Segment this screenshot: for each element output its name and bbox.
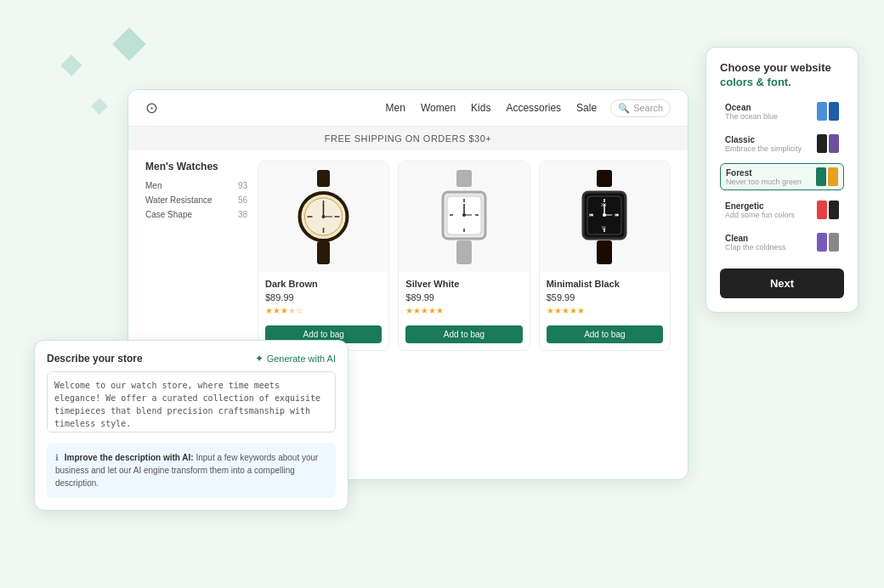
product-card-3: XII IX III VI Minimalist Black $59.99	[539, 161, 671, 351]
watch-round-svg	[292, 168, 355, 266]
svg-text:VI: VI	[602, 225, 606, 230]
color-option-energetic[interactable]: EnergeticAdd some fun colors	[720, 197, 844, 223]
color-swatch	[829, 134, 839, 153]
svg-rect-22	[597, 170, 612, 187]
product-name-3: Minimalist Black	[547, 279, 663, 289]
watch-square-silver-svg	[434, 168, 494, 266]
filter-case-label: Case Shape	[145, 210, 192, 219]
describe-store-panel: Describe your store ✦ Generate with AI ℹ…	[34, 340, 348, 511]
generate-ai-button[interactable]: ✦ Generate with AI	[255, 353, 336, 365]
color-swatch	[817, 134, 827, 153]
product-info-2: Silver White $89.99 ★★★★★	[399, 272, 529, 322]
color-swatch	[817, 102, 827, 121]
decorative-diamond-2	[60, 54, 82, 76]
filter-men[interactable]: Men 93	[145, 181, 247, 190]
product-price-3: $59.99	[547, 292, 663, 302]
product-stars-1: ★★★★☆	[265, 306, 382, 315]
site-nav: ⊙ Men Women Kids Accessories Sale 🔍 Sear…	[128, 90, 688, 127]
color-desc-0: The ocean blue	[725, 112, 817, 121]
products-grid: Dark Brown $89.99 ★★★★☆ Add to bag	[258, 161, 671, 351]
color-option-ocean[interactable]: OceanThe ocean blue	[720, 99, 844, 124]
site-nav-links: Men Women Kids Accessories Sale	[386, 102, 598, 114]
svg-point-20	[462, 213, 466, 217]
color-option-classic[interactable]: ClassicEmbrace the simplicity	[720, 131, 844, 156]
product-price-2: $89.99	[405, 292, 522, 302]
next-button[interactable]: Next	[720, 269, 844, 298]
color-swatch	[829, 201, 839, 219]
search-icon: 🔍	[618, 103, 630, 114]
color-swatch	[816, 167, 826, 186]
product-img-3: XII IX III VI	[540, 161, 670, 272]
colors-panel-subtitle: colors & font.	[720, 76, 844, 88]
sidebar-filter: Men's Watches Men 93 Water Resistance 56…	[145, 161, 247, 351]
svg-rect-10	[317, 241, 330, 264]
product-card-2: Silver White $89.99 ★★★★★ Add to bag	[398, 161, 530, 351]
describe-header: Describe your store ✦ Generate with AI	[47, 353, 336, 365]
color-desc-3: Add some fun colors	[725, 211, 817, 219]
nav-kids[interactable]: Kids	[471, 102, 490, 114]
color-swatch	[817, 201, 827, 219]
color-desc-2: Never too much green	[726, 178, 816, 186]
colors-font-panel: Choose your website colors & font. Ocean…	[706, 47, 858, 313]
svg-text:IX: IX	[589, 212, 593, 218]
product-img-1	[258, 161, 388, 272]
filter-men-label: Men	[145, 181, 162, 190]
color-name-0: Ocean	[725, 103, 817, 112]
color-desc-4: Clap the coldness	[725, 243, 817, 252]
filter-water-label: Water Resistance	[145, 195, 212, 205]
info-icon: ℹ	[55, 453, 59, 462]
ai-sparkle-icon: ✦	[255, 353, 264, 365]
color-swatch	[817, 233, 827, 252]
colors-panel-title: Choose your website	[720, 61, 844, 74]
search-text: Search	[633, 103, 663, 113]
site-logo: ⊙	[145, 99, 158, 117]
filter-water[interactable]: Water Resistance 56	[145, 195, 247, 205]
svg-rect-36	[597, 240, 612, 264]
nav-men[interactable]: Men	[386, 102, 405, 114]
describe-title: Describe your store	[47, 353, 143, 365]
color-name-4: Clean	[725, 234, 817, 243]
color-name-1: Classic	[725, 135, 817, 144]
product-info-3: Minimalist Black $59.99 ★★★★★	[540, 272, 670, 322]
product-card-1: Dark Brown $89.99 ★★★★☆ Add to bag	[258, 161, 389, 351]
svg-rect-21	[456, 240, 472, 264]
product-stars-2: ★★★★★	[405, 306, 522, 315]
svg-point-35	[603, 213, 606, 217]
color-swatch	[829, 233, 839, 252]
svg-point-9	[322, 215, 326, 218]
decorative-diamond-1	[112, 27, 146, 61]
nav-women[interactable]: Women	[421, 102, 456, 114]
add-to-bag-3[interactable]: Add to bag	[547, 325, 663, 343]
svg-text:III: III	[615, 212, 618, 218]
generate-ai-label: Generate with AI	[267, 353, 336, 364]
promo-banner: FREE SHIPPING ON ORDERS $30+	[128, 127, 688, 150]
add-to-bag-2[interactable]: Add to bag	[405, 325, 522, 343]
product-img-2	[399, 161, 529, 272]
product-name-2: Silver White	[405, 279, 522, 289]
products-area: Men's Watches Men 93 Water Resistance 56…	[128, 150, 688, 361]
filter-men-count: 93	[238, 181, 247, 190]
svg-text:XII: XII	[601, 202, 606, 207]
filter-case-count: 38	[238, 210, 247, 219]
nav-accessories[interactable]: Accessories	[506, 102, 561, 114]
color-option-forest[interactable]: ForestNever too much green	[720, 163, 844, 190]
nav-sale[interactable]: Sale	[576, 102, 597, 114]
svg-rect-11	[456, 170, 472, 187]
watch-square-black-svg: XII IX III VI	[575, 168, 634, 266]
site-search[interactable]: 🔍 Search	[610, 99, 671, 117]
color-options-list: OceanThe ocean blueClassicEmbrace the si…	[720, 99, 844, 255]
product-stars-3: ★★★★★	[547, 306, 663, 315]
color-swatch	[828, 167, 838, 186]
color-desc-1: Embrace the simplicity	[725, 144, 817, 153]
improve-ai-box: ℹ Improve the description with AI: Input…	[47, 443, 336, 498]
describe-textarea[interactable]	[47, 371, 336, 433]
sidebar-title: Men's Watches	[145, 161, 247, 172]
color-name-3: Energetic	[725, 201, 817, 211]
color-option-clean[interactable]: CleanClap the coldness	[720, 229, 844, 255]
decorative-diamond-3	[91, 98, 108, 115]
svg-rect-0	[317, 170, 330, 187]
product-price-1: $89.99	[265, 292, 382, 302]
filter-water-count: 56	[238, 195, 247, 205]
filter-case[interactable]: Case Shape 38	[145, 210, 247, 219]
color-name-2: Forest	[726, 168, 816, 178]
